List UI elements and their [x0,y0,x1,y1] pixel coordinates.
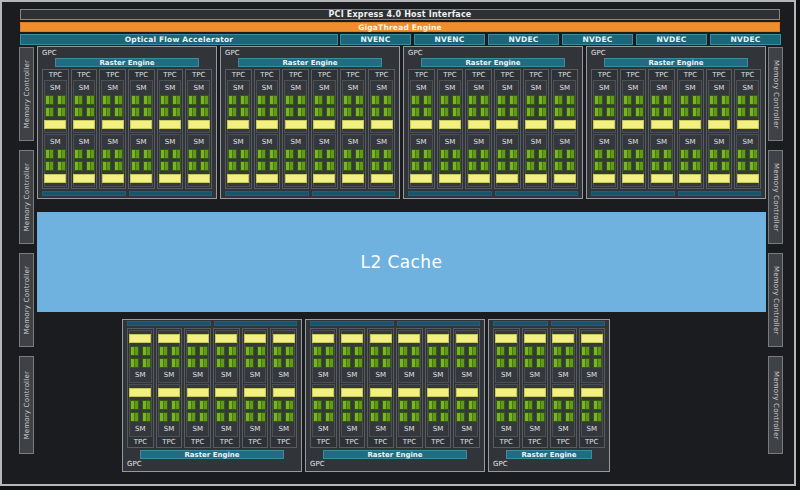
register-file-bar [370,334,392,343]
core-row [228,149,249,159]
sm-block: SM [129,330,152,383]
core-row [554,161,575,171]
pci-host-interface-bar: PCI Express 4.0 Host Interface [20,9,780,20]
core-cell [411,107,420,117]
register-file-bar [273,334,295,343]
sm-block: SM [129,384,152,437]
sm-block: SM [398,384,421,437]
core-cell [382,358,391,368]
core-cell [651,107,660,117]
core-row [524,400,545,410]
tpc-block: TPCSMSM [408,69,435,189]
core-row [440,149,461,159]
core-cell [663,95,672,105]
core-cell [635,107,644,117]
memory-controller: Memory Controller [19,253,34,347]
core-cell [623,107,632,117]
core-cell [354,346,363,356]
core-cell [188,107,197,117]
core-cell [273,358,282,368]
tpc-row: TPCSMSMTPCSMSMTPCSMSMTPCSMSMTPCSMSMTPCSM… [42,69,212,189]
sm-label: SM [599,84,609,92]
gpc-label: GPC [407,48,579,58]
sm-block: SM [679,80,702,133]
core-cell [188,149,197,159]
sm-block: SM [736,134,759,187]
sm-label: SM [233,84,243,92]
core-cell [199,346,208,356]
core-row [228,107,249,117]
sm-label: SM [416,138,426,146]
crossbar-segment [129,191,213,196]
core-cell [297,161,306,171]
core-cell [509,149,518,159]
gpc-block: GPCRaster EngineTPCSMSMTPCSMSMTPCSMSMTPC… [220,46,400,199]
core-row [188,161,209,171]
core-cell [74,161,83,171]
core-cell [216,412,225,422]
core-row [314,107,335,117]
tpc-block: SMSMTPC [213,328,240,448]
sm-block: SM [410,134,433,187]
core-cell [200,107,209,117]
tpc-block: SMSMTPC [270,328,297,448]
register-file-bar [227,174,249,183]
sm-label: SM [433,425,443,433]
register-file-bar [285,174,307,183]
core-cell [553,400,562,410]
core-cell [371,107,380,117]
core-cell [131,161,140,171]
core-cell [635,149,644,159]
register-file-bar [159,174,181,183]
core-row [187,346,208,356]
core-row [343,107,364,117]
core-cell [383,95,392,105]
tpc-block: SMSMTPC [242,328,269,448]
core-cell [526,161,535,171]
core-cell [496,346,505,356]
sm-block: SM [244,384,267,437]
crossbar-strip [408,191,578,196]
register-file-bar [370,388,392,397]
core-cell [285,161,294,171]
core-row [342,346,363,356]
sm-block: SM [244,330,267,383]
l2-cache: L2 Cache [37,212,766,312]
sm-block: SM [272,384,295,437]
tpc-block: SMSMTPC [550,328,577,448]
core-cell [74,95,83,105]
core-row [440,95,461,105]
core-cell [399,346,408,356]
tpc-block: TPCSMSM [157,69,184,189]
register-file-bar [341,388,363,397]
sm-block: SM [455,384,478,437]
tpc-label: TPC [185,437,210,447]
sm-label: SM [742,138,752,146]
sm-block: SM [525,80,548,133]
core-cell [456,412,465,422]
core-cell [593,400,602,410]
core-row [524,358,545,368]
crossbar-segment [42,191,126,196]
core-row [456,358,477,368]
sm-block: SM [187,134,210,187]
core-cell [536,400,545,410]
memory-controller-label: Memory Controller [772,266,780,335]
tpc-label: TPC [311,437,336,447]
core-row [45,161,66,171]
core-cell [749,149,758,159]
core-cell [273,412,282,422]
gpc-block: GPCRaster EngineTPCSMSMTPCSMSMTPCSMSMTPC… [37,46,217,199]
core-row [623,95,644,105]
core-row [709,95,730,105]
gigathread-engine-bar: GigaThread Engine [20,22,780,32]
register-file-bar [398,334,420,343]
core-cell [159,400,168,410]
tpc-label: TPC [621,70,646,80]
sm-label: SM [192,425,202,433]
register-file-bar [410,120,432,129]
core-cell [538,107,547,117]
register-file-bar [439,120,461,129]
tpc-row: TPCSMSMTPCSMSMTPCSMSMTPCSMSMTPCSMSMTPCSM… [408,69,578,189]
core-row [553,400,574,410]
